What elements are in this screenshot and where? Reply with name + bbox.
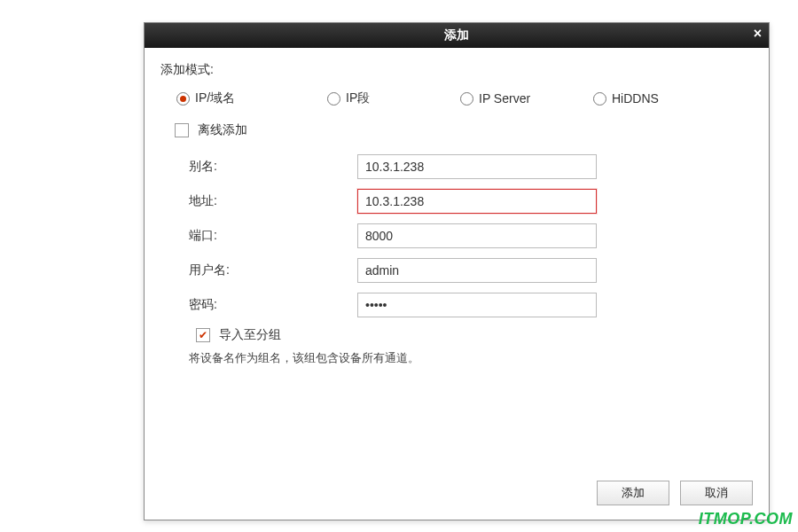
- import-group-checkbox-row[interactable]: 导入至分组: [160, 327, 753, 343]
- radio-ip-server[interactable]: IP Server: [460, 91, 593, 106]
- watermark-text: ITMOP.COM: [699, 510, 793, 528]
- alias-label: 别名:: [189, 159, 357, 175]
- radio-label: IP Server: [479, 91, 530, 106]
- username-label: 用户名:: [189, 262, 357, 278]
- port-input[interactable]: [357, 223, 597, 248]
- radio-icon: [327, 92, 340, 106]
- radio-ip-domain[interactable]: IP/域名: [160, 90, 327, 106]
- password-label: 密码:: [189, 297, 357, 313]
- offline-add-checkbox-row[interactable]: 离线添加: [160, 122, 753, 138]
- alias-input[interactable]: [357, 154, 597, 179]
- add-mode-label: 添加模式:: [160, 62, 753, 78]
- address-row: 地址:: [160, 189, 753, 214]
- radio-icon: [593, 92, 606, 106]
- radio-ip-segment[interactable]: IP段: [327, 90, 460, 106]
- import-group-hint: 将设备名作为组名，该组包含设备所有通道。: [160, 350, 753, 366]
- radio-icon: [460, 92, 473, 106]
- ok-button[interactable]: 添加: [597, 481, 669, 505]
- dialog-title: 添加: [444, 27, 469, 43]
- add-mode-radio-group: IP/域名 IP段 IP Server HiDDNS: [160, 90, 753, 106]
- dialog-body: 添加模式: IP/域名 IP段 IP Server HiDDNS 离线添加: [145, 48, 769, 470]
- alias-row: 别名:: [160, 154, 753, 179]
- close-icon[interactable]: ×: [754, 27, 762, 41]
- dialog-footer: 添加 取消: [145, 470, 769, 520]
- radio-label: IP/域名: [195, 90, 235, 106]
- checkbox-icon: [175, 123, 189, 137]
- address-label: 地址:: [189, 193, 357, 209]
- radio-label: HiDDNS: [612, 91, 659, 106]
- username-input[interactable]: [357, 258, 597, 283]
- port-label: 端口:: [189, 228, 357, 244]
- offline-add-label: 离线添加: [198, 122, 247, 138]
- password-row: 密码:: [160, 293, 753, 317]
- dialog-titlebar: 添加 ×: [145, 23, 769, 48]
- username-row: 用户名:: [160, 258, 753, 283]
- password-input[interactable]: [357, 293, 597, 317]
- cancel-button[interactable]: 取消: [680, 481, 753, 505]
- radio-hiddns[interactable]: HiDDNS: [593, 91, 726, 106]
- checkbox-icon: [196, 328, 210, 342]
- import-group-label: 导入至分组: [219, 327, 281, 343]
- radio-label: IP段: [346, 90, 370, 106]
- radio-icon: [176, 92, 190, 106]
- address-input[interactable]: [357, 189, 597, 214]
- port-row: 端口:: [160, 223, 753, 248]
- add-device-dialog: 添加 × 添加模式: IP/域名 IP段 IP Server HiDDNS: [144, 22, 770, 520]
